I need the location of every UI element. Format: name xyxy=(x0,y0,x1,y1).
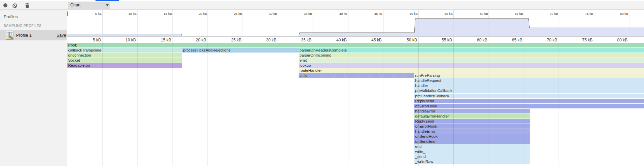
svg-text:%: % xyxy=(10,36,13,40)
